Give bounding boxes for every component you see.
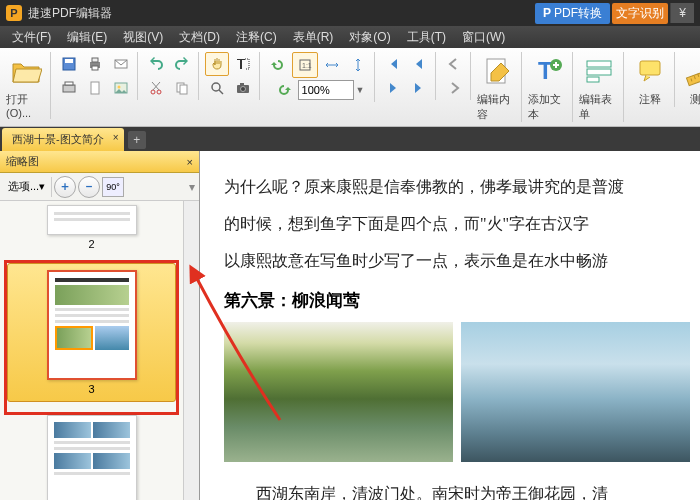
zoom-dropdown-icon[interactable]: ▼ — [356, 85, 365, 95]
thumbnail-page-3-selected[interactable]: 3 — [7, 263, 176, 402]
undo-icon[interactable] — [144, 52, 168, 76]
tab-label: 西湖十景-图文简介 — [12, 133, 104, 145]
page-content: 为什么呢？原来康熙是信奉佛教的，佛孝最讲究的是普渡 的时候，想到鱼字下面是四个点… — [200, 151, 700, 500]
annotate-button[interactable] — [630, 52, 670, 90]
forward-icon[interactable] — [442, 76, 466, 100]
svg-rect-3 — [92, 58, 98, 62]
add-text-button[interactable]: T — [528, 52, 568, 90]
ocr-button[interactable]: 文字识别 — [612, 3, 668, 24]
open-label: 打开(O)... — [6, 92, 46, 119]
svg-rect-14 — [180, 85, 187, 94]
measure-label: 测量 — [690, 92, 700, 107]
fit-width-icon[interactable] — [320, 53, 344, 77]
fit-page-icon[interactable] — [346, 53, 370, 77]
measure-button[interactable] — [681, 52, 700, 90]
rotate-cw-icon[interactable] — [272, 78, 296, 102]
annotate-label: 注释 — [639, 92, 661, 107]
svg-point-17 — [212, 83, 220, 91]
zoom-input[interactable] — [298, 80, 354, 100]
thumbnails-panel: 缩略图 × 选项...▾ ＋ － 90° ▾ 2 — [0, 151, 200, 500]
edit-form-label: 编辑表单 — [579, 92, 619, 122]
search-icon[interactable] — [205, 76, 229, 100]
svg-text:1:1: 1:1 — [302, 62, 312, 69]
next-page-icon[interactable] — [381, 76, 405, 100]
scan-icon[interactable] — [57, 76, 81, 100]
thumbnail-page-2[interactable]: 2 — [4, 205, 179, 250]
body-text: 的时候，想到鱼字下面是四个点，而"火"字在古汉字 — [224, 206, 690, 243]
page-number: 3 — [88, 383, 94, 395]
hand-tool-icon[interactable] — [205, 52, 229, 76]
tab-close-icon[interactable]: × — [113, 132, 119, 143]
thumbnails-title: 缩略图 — [6, 154, 39, 169]
prev-page-icon[interactable] — [407, 52, 431, 76]
thumbnail-scrollbar[interactable] — [183, 201, 199, 500]
copy-icon[interactable] — [170, 76, 194, 100]
cut-icon[interactable] — [144, 76, 168, 100]
add-text-label: 添加文本 — [528, 92, 568, 122]
title-bar: P 捷速PDF编辑器 PPDF转换 文字识别 ¥ — [0, 0, 700, 26]
new-tab-button[interactable]: + — [128, 131, 146, 149]
edit-form-button[interactable] — [579, 52, 619, 90]
thumbnail-page-4[interactable]: 4 — [4, 415, 179, 500]
svg-rect-29 — [640, 61, 660, 75]
print-icon[interactable] — [83, 52, 107, 76]
pdf-convert-button[interactable]: PPDF转换 — [535, 3, 610, 24]
svg-point-11 — [151, 90, 155, 94]
menu-file[interactable]: 文件(F) — [4, 27, 59, 48]
svg-rect-20 — [240, 83, 244, 85]
menu-edit[interactable]: 编辑(E) — [59, 27, 115, 48]
back-icon[interactable] — [442, 52, 466, 76]
menu-bar: 文件(F) 编辑(E) 视图(V) 文档(D) 注释(C) 表单(R) 对象(O… — [0, 26, 700, 48]
document-tab[interactable]: 西湖十景-图文简介 × — [2, 128, 124, 151]
menu-tools[interactable]: 工具(T) — [399, 27, 454, 48]
svg-rect-4 — [92, 66, 98, 70]
panel-menu-icon[interactable]: ▾ — [189, 180, 195, 194]
svg-rect-27 — [587, 69, 611, 75]
menu-comment[interactable]: 注释(C) — [228, 27, 285, 48]
svg-point-12 — [157, 90, 161, 94]
svg-rect-6 — [63, 85, 75, 92]
thumbnail-options-button[interactable]: 选项...▾ — [4, 177, 49, 196]
app-title: 捷速PDF编辑器 — [28, 5, 112, 22]
rotate-ccw-icon[interactable] — [266, 53, 290, 77]
svg-rect-26 — [587, 61, 611, 67]
content-image-willows — [224, 322, 453, 462]
body-text: 西湖东南岸，清波门处。南宋时为帝王御花园，清 — [224, 476, 690, 500]
actual-size-icon[interactable]: 1:1 — [294, 54, 316, 76]
email-icon[interactable] — [109, 52, 133, 76]
menu-object[interactable]: 对象(O) — [341, 27, 398, 48]
svg-point-19 — [241, 87, 246, 92]
camera-icon[interactable] — [231, 76, 255, 100]
svg-text:T: T — [538, 57, 553, 84]
edit-content-label: 编辑内容 — [477, 92, 517, 122]
thumb-zoom-out-icon[interactable]: － — [78, 176, 100, 198]
menu-view[interactable]: 视图(V) — [115, 27, 171, 48]
menu-form[interactable]: 表单(R) — [285, 27, 342, 48]
panel-close-icon[interactable]: × — [187, 156, 193, 168]
edit-content-button[interactable] — [477, 52, 517, 90]
open-button[interactable] — [6, 52, 46, 90]
svg-rect-28 — [587, 77, 599, 82]
app-logo-icon: P — [6, 5, 22, 21]
blank-icon[interactable] — [83, 76, 107, 100]
redo-icon[interactable] — [170, 52, 194, 76]
svg-rect-15 — [240, 59, 242, 69]
body-text: 为什么呢？原来康熙是信奉佛教的，佛孝最讲究的是普渡 — [224, 169, 690, 206]
select-tool-icon[interactable] — [231, 52, 255, 76]
heading: 第六景：柳浪闻莺 — [224, 289, 690, 312]
svg-rect-7 — [65, 82, 73, 85]
last-page-icon[interactable] — [407, 76, 431, 100]
image-icon[interactable] — [109, 76, 133, 100]
save-icon[interactable] — [57, 52, 81, 76]
document-view[interactable]: 为什么呢？原来康熙是信奉佛教的，佛孝最讲究的是普渡 的时候，想到鱼字下面是四个点… — [200, 151, 700, 500]
currency-button[interactable]: ¥ — [670, 3, 694, 23]
menu-document[interactable]: 文档(D) — [171, 27, 228, 48]
svg-rect-16 — [237, 59, 245, 60]
first-page-icon[interactable] — [381, 52, 405, 76]
thumb-zoom-in-icon[interactable]: ＋ — [54, 176, 76, 198]
toolbar: 打开(O)... — [0, 48, 700, 127]
menu-window[interactable]: 窗口(W) — [454, 27, 513, 48]
page-number: 2 — [88, 238, 94, 250]
body-text: 以康熙故意在写鱼时少写了一点，表示鱼是在水中畅游 — [224, 243, 690, 280]
thumb-rotate-button[interactable]: 90° — [102, 177, 124, 197]
